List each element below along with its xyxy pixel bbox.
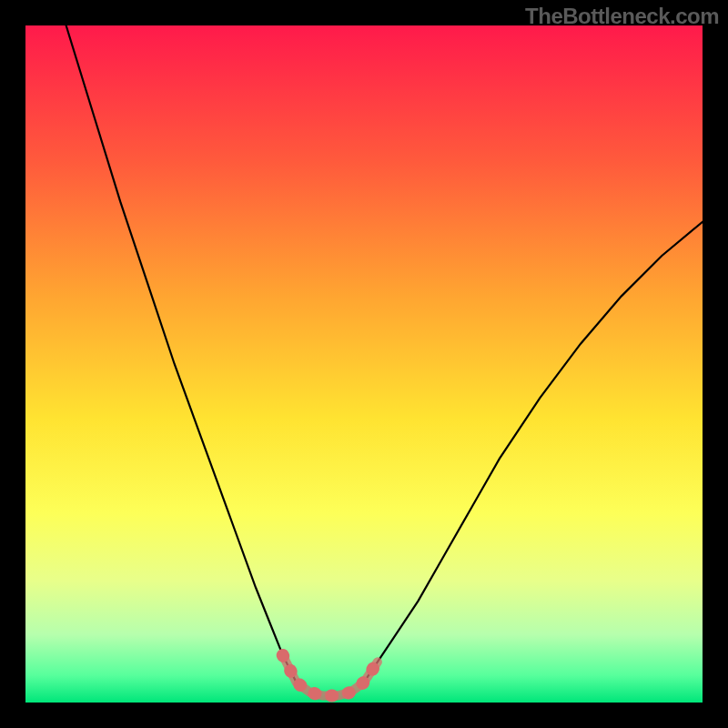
gradient-background — [25, 25, 703, 703]
plot-area — [25, 25, 703, 703]
chart-frame: TheBottleneck.com — [0, 0, 728, 728]
chart-svg — [25, 25, 703, 703]
